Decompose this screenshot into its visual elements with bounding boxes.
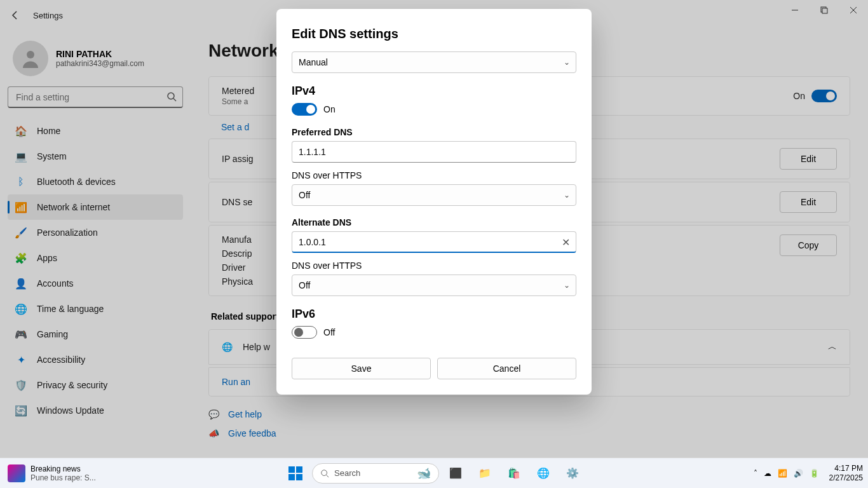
taskbar: Breaking news Pune bus rape: S... Search… [0,458,868,488]
cancel-button[interactable]: Cancel [437,358,576,379]
preferred-dns-label: Preferred DNS [292,127,576,137]
svg-rect-11 [296,474,302,480]
clock[interactable]: 4:17 PM 2/27/2025 [829,464,863,482]
taskbar-search[interactable]: Search 🐋 [312,463,439,484]
windows-icon [288,466,302,480]
settings-taskbar-button[interactable]: ⚙️ [560,461,585,486]
svg-line-13 [327,475,329,477]
svg-rect-8 [288,466,295,473]
taskbar-search-label: Search [334,468,360,478]
battery-icon[interactable]: 🔋 [810,469,819,478]
store-button[interactable]: 🛍️ [501,461,527,486]
svg-point-12 [322,470,327,475]
explorer-button[interactable]: 📁 [472,461,498,486]
gear-icon: ⚙️ [566,467,579,479]
dns-mode-select[interactable]: Manual [292,51,576,73]
clear-input-icon[interactable]: ✕ [562,236,570,248]
modal-title: Edit DNS settings [292,27,576,41]
ipv6-toggle[interactable] [292,326,317,339]
doh2-label: DNS over HTTPS [292,261,576,271]
start-button[interactable] [283,461,308,486]
widget-sub: Pune bus rape: S... [31,473,96,482]
onedrive-icon[interactable]: ☁ [764,469,771,478]
news-icon [8,464,25,482]
taskview-icon: ⬛ [449,467,462,479]
date-label: 2/27/2025 [829,473,863,482]
wifi-tray-icon[interactable]: 📶 [778,469,787,478]
search-icon [320,469,329,478]
task-view-button[interactable]: ⬛ [443,461,468,486]
edge-button[interactable]: 🌐 [531,461,556,486]
alternate-dns-input[interactable] [292,231,576,253]
news-widget[interactable]: Breaking news Pune bus rape: S... [0,464,96,482]
modal-overlay: Edit DNS settings Manual ⌄ IPv4 On Prefe… [0,0,868,488]
store-icon: 🛍️ [508,467,520,479]
ipv6-toggle-label: Off [323,327,335,337]
ipv4-heading: IPv4 [292,85,576,98]
volume-icon[interactable]: 🔊 [794,469,803,478]
folder-icon: 📁 [478,467,491,479]
svg-rect-10 [288,474,295,480]
doh2-select[interactable]: Off [292,274,576,296]
ipv4-toggle-label: On [323,104,336,114]
widget-title: Breaking news [31,464,96,473]
preferred-dns-input[interactable] [292,141,576,163]
time-label: 4:17 PM [829,464,863,473]
ipv6-heading: IPv6 [292,308,576,321]
alternate-dns-label: Alternate DNS [292,217,576,227]
ipv4-toggle[interactable] [292,103,317,116]
tray-chevron-icon[interactable]: ˄ [754,469,757,478]
search-decoration-icon: 🐋 [417,466,431,480]
edge-icon: 🌐 [537,467,550,479]
doh1-label: DNS over HTTPS [292,170,576,180]
svg-rect-9 [296,466,302,473]
doh1-select[interactable]: Off [292,184,576,206]
save-button[interactable]: Save [292,358,431,379]
dns-settings-modal: Edit DNS settings Manual ⌄ IPv4 On Prefe… [276,9,592,395]
